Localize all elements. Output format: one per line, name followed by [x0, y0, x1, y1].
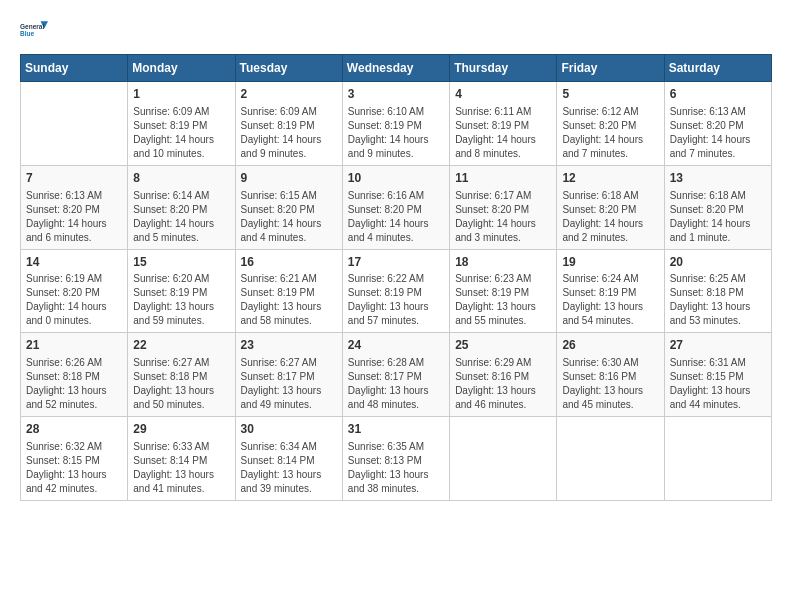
- day-info: Sunrise: 6:27 AM Sunset: 8:18 PM Dayligh…: [133, 356, 229, 412]
- day-info: Sunrise: 6:35 AM Sunset: 8:13 PM Dayligh…: [348, 440, 444, 496]
- day-info: Sunrise: 6:25 AM Sunset: 8:18 PM Dayligh…: [670, 272, 766, 328]
- page-header: GeneralBlue: [20, 16, 772, 44]
- calendar-cell: 31Sunrise: 6:35 AM Sunset: 8:13 PM Dayli…: [342, 417, 449, 501]
- calendar-cell: 15Sunrise: 6:20 AM Sunset: 8:19 PM Dayli…: [128, 249, 235, 333]
- day-info: Sunrise: 6:12 AM Sunset: 8:20 PM Dayligh…: [562, 105, 658, 161]
- day-info: Sunrise: 6:10 AM Sunset: 8:19 PM Dayligh…: [348, 105, 444, 161]
- day-number: 12: [562, 170, 658, 187]
- calendar-cell: 14Sunrise: 6:19 AM Sunset: 8:20 PM Dayli…: [21, 249, 128, 333]
- logo: GeneralBlue: [20, 16, 52, 44]
- day-number: 23: [241, 337, 337, 354]
- calendar-cell: 13Sunrise: 6:18 AM Sunset: 8:20 PM Dayli…: [664, 165, 771, 249]
- day-number: 22: [133, 337, 229, 354]
- day-info: Sunrise: 6:26 AM Sunset: 8:18 PM Dayligh…: [26, 356, 122, 412]
- calendar-cell: 8Sunrise: 6:14 AM Sunset: 8:20 PM Daylig…: [128, 165, 235, 249]
- calendar-cell: 3Sunrise: 6:10 AM Sunset: 8:19 PM Daylig…: [342, 82, 449, 166]
- day-number: 31: [348, 421, 444, 438]
- calendar-cell: 9Sunrise: 6:15 AM Sunset: 8:20 PM Daylig…: [235, 165, 342, 249]
- weekday-header-friday: Friday: [557, 55, 664, 82]
- svg-text:Blue: Blue: [20, 30, 34, 37]
- calendar-cell: 26Sunrise: 6:30 AM Sunset: 8:16 PM Dayli…: [557, 333, 664, 417]
- day-number: 21: [26, 337, 122, 354]
- day-info: Sunrise: 6:13 AM Sunset: 8:20 PM Dayligh…: [26, 189, 122, 245]
- calendar-cell: 11Sunrise: 6:17 AM Sunset: 8:20 PM Dayli…: [450, 165, 557, 249]
- calendar-cell: [557, 417, 664, 501]
- day-number: 6: [670, 86, 766, 103]
- weekday-header-wednesday: Wednesday: [342, 55, 449, 82]
- day-info: Sunrise: 6:28 AM Sunset: 8:17 PM Dayligh…: [348, 356, 444, 412]
- day-number: 28: [26, 421, 122, 438]
- day-info: Sunrise: 6:33 AM Sunset: 8:14 PM Dayligh…: [133, 440, 229, 496]
- day-number: 10: [348, 170, 444, 187]
- day-number: 15: [133, 254, 229, 271]
- weekday-header-thursday: Thursday: [450, 55, 557, 82]
- day-info: Sunrise: 6:13 AM Sunset: 8:20 PM Dayligh…: [670, 105, 766, 161]
- calendar-week-4: 21Sunrise: 6:26 AM Sunset: 8:18 PM Dayli…: [21, 333, 772, 417]
- calendar-week-2: 7Sunrise: 6:13 AM Sunset: 8:20 PM Daylig…: [21, 165, 772, 249]
- calendar-week-3: 14Sunrise: 6:19 AM Sunset: 8:20 PM Dayli…: [21, 249, 772, 333]
- day-number: 3: [348, 86, 444, 103]
- day-info: Sunrise: 6:24 AM Sunset: 8:19 PM Dayligh…: [562, 272, 658, 328]
- day-number: 11: [455, 170, 551, 187]
- day-info: Sunrise: 6:16 AM Sunset: 8:20 PM Dayligh…: [348, 189, 444, 245]
- day-info: Sunrise: 6:18 AM Sunset: 8:20 PM Dayligh…: [670, 189, 766, 245]
- calendar-cell: 16Sunrise: 6:21 AM Sunset: 8:19 PM Dayli…: [235, 249, 342, 333]
- day-info: Sunrise: 6:30 AM Sunset: 8:16 PM Dayligh…: [562, 356, 658, 412]
- day-info: Sunrise: 6:31 AM Sunset: 8:15 PM Dayligh…: [670, 356, 766, 412]
- day-number: 30: [241, 421, 337, 438]
- day-info: Sunrise: 6:34 AM Sunset: 8:14 PM Dayligh…: [241, 440, 337, 496]
- day-info: Sunrise: 6:21 AM Sunset: 8:19 PM Dayligh…: [241, 272, 337, 328]
- day-info: Sunrise: 6:29 AM Sunset: 8:16 PM Dayligh…: [455, 356, 551, 412]
- day-number: 2: [241, 86, 337, 103]
- day-number: 19: [562, 254, 658, 271]
- calendar-cell: [450, 417, 557, 501]
- calendar-cell: 21Sunrise: 6:26 AM Sunset: 8:18 PM Dayli…: [21, 333, 128, 417]
- calendar-cell: 24Sunrise: 6:28 AM Sunset: 8:17 PM Dayli…: [342, 333, 449, 417]
- day-info: Sunrise: 6:17 AM Sunset: 8:20 PM Dayligh…: [455, 189, 551, 245]
- day-info: Sunrise: 6:15 AM Sunset: 8:20 PM Dayligh…: [241, 189, 337, 245]
- day-number: 9: [241, 170, 337, 187]
- day-info: Sunrise: 6:20 AM Sunset: 8:19 PM Dayligh…: [133, 272, 229, 328]
- calendar-cell: 29Sunrise: 6:33 AM Sunset: 8:14 PM Dayli…: [128, 417, 235, 501]
- day-number: 1: [133, 86, 229, 103]
- day-number: 8: [133, 170, 229, 187]
- weekday-header-tuesday: Tuesday: [235, 55, 342, 82]
- day-number: 14: [26, 254, 122, 271]
- calendar-cell: 6Sunrise: 6:13 AM Sunset: 8:20 PM Daylig…: [664, 82, 771, 166]
- day-info: Sunrise: 6:23 AM Sunset: 8:19 PM Dayligh…: [455, 272, 551, 328]
- weekday-header-sunday: Sunday: [21, 55, 128, 82]
- day-number: 13: [670, 170, 766, 187]
- day-info: Sunrise: 6:27 AM Sunset: 8:17 PM Dayligh…: [241, 356, 337, 412]
- calendar-week-5: 28Sunrise: 6:32 AM Sunset: 8:15 PM Dayli…: [21, 417, 772, 501]
- svg-text:General: General: [20, 23, 44, 30]
- calendar-cell: 17Sunrise: 6:22 AM Sunset: 8:19 PM Dayli…: [342, 249, 449, 333]
- day-number: 18: [455, 254, 551, 271]
- day-info: Sunrise: 6:18 AM Sunset: 8:20 PM Dayligh…: [562, 189, 658, 245]
- calendar-cell: 22Sunrise: 6:27 AM Sunset: 8:18 PM Dayli…: [128, 333, 235, 417]
- calendar-cell: 4Sunrise: 6:11 AM Sunset: 8:19 PM Daylig…: [450, 82, 557, 166]
- calendar-cell: 28Sunrise: 6:32 AM Sunset: 8:15 PM Dayli…: [21, 417, 128, 501]
- calendar-cell: 19Sunrise: 6:24 AM Sunset: 8:19 PM Dayli…: [557, 249, 664, 333]
- calendar-cell: 20Sunrise: 6:25 AM Sunset: 8:18 PM Dayli…: [664, 249, 771, 333]
- day-number: 25: [455, 337, 551, 354]
- day-info: Sunrise: 6:14 AM Sunset: 8:20 PM Dayligh…: [133, 189, 229, 245]
- calendar-cell: 18Sunrise: 6:23 AM Sunset: 8:19 PM Dayli…: [450, 249, 557, 333]
- calendar-table: SundayMondayTuesdayWednesdayThursdayFrid…: [20, 54, 772, 501]
- day-info: Sunrise: 6:11 AM Sunset: 8:19 PM Dayligh…: [455, 105, 551, 161]
- calendar-cell: [21, 82, 128, 166]
- calendar-cell: 10Sunrise: 6:16 AM Sunset: 8:20 PM Dayli…: [342, 165, 449, 249]
- calendar-cell: 30Sunrise: 6:34 AM Sunset: 8:14 PM Dayli…: [235, 417, 342, 501]
- calendar-cell: 23Sunrise: 6:27 AM Sunset: 8:17 PM Dayli…: [235, 333, 342, 417]
- day-info: Sunrise: 6:22 AM Sunset: 8:19 PM Dayligh…: [348, 272, 444, 328]
- day-number: 7: [26, 170, 122, 187]
- calendar-cell: 1Sunrise: 6:09 AM Sunset: 8:19 PM Daylig…: [128, 82, 235, 166]
- day-number: 27: [670, 337, 766, 354]
- calendar-cell: 2Sunrise: 6:09 AM Sunset: 8:19 PM Daylig…: [235, 82, 342, 166]
- day-number: 20: [670, 254, 766, 271]
- day-info: Sunrise: 6:19 AM Sunset: 8:20 PM Dayligh…: [26, 272, 122, 328]
- calendar-cell: 5Sunrise: 6:12 AM Sunset: 8:20 PM Daylig…: [557, 82, 664, 166]
- calendar-cell: 7Sunrise: 6:13 AM Sunset: 8:20 PM Daylig…: [21, 165, 128, 249]
- calendar-cell: 27Sunrise: 6:31 AM Sunset: 8:15 PM Dayli…: [664, 333, 771, 417]
- day-number: 4: [455, 86, 551, 103]
- day-number: 16: [241, 254, 337, 271]
